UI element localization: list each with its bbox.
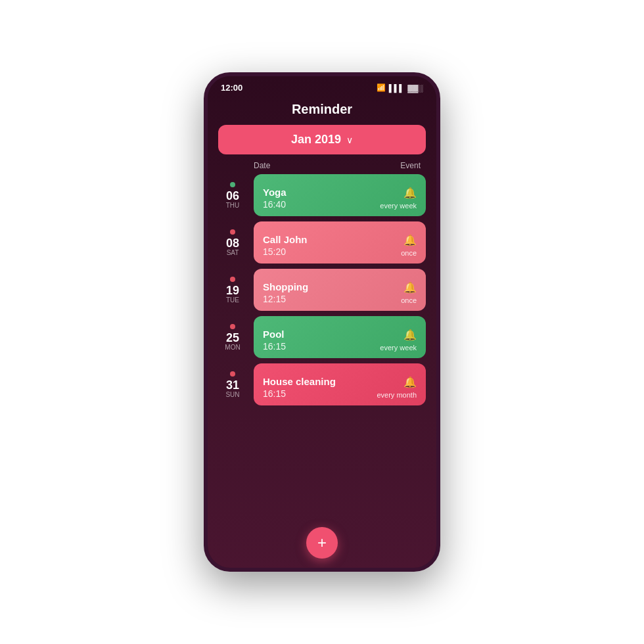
- event-info: House cleaning 16:15: [263, 376, 336, 399]
- battery-icon: ▓▓░: [407, 84, 423, 92]
- event-info: Pool 16:15: [263, 329, 286, 352]
- plus-icon: +: [317, 534, 327, 552]
- event-dot: [230, 324, 235, 329]
- date-section: 06 THU: [218, 182, 247, 209]
- chevron-down-icon: ∨: [346, 135, 353, 145]
- bell-icon: 🔔: [403, 376, 417, 388]
- event-time: 16:15: [263, 388, 336, 399]
- date-section: 19 TUE: [218, 277, 247, 304]
- event-row[interactable]: 06 THU Yoga 16:40 🔔 every week: [218, 174, 426, 216]
- event-card[interactable]: Yoga 16:40 🔔 every week: [254, 174, 426, 216]
- event-name: Call John: [263, 234, 308, 245]
- event-card[interactable]: Shopping 12:15 🔔 once: [254, 269, 426, 311]
- event-dot: [230, 277, 235, 282]
- column-headers: Date Event: [208, 157, 436, 174]
- date-number: 31: [226, 379, 239, 391]
- event-time: 16:15: [263, 341, 286, 352]
- bell-icon: 🔔: [403, 234, 417, 246]
- date-day: THU: [226, 202, 240, 209]
- phone-frame: 12:00 📶 ▌▌▌ ▓▓░ Reminder Jan 2019 ∨ Date…: [204, 72, 440, 572]
- date-number: 25: [226, 332, 239, 344]
- event-frequency: once: [401, 296, 417, 304]
- date-section: 08 SAT: [218, 229, 247, 256]
- status-time: 12:00: [221, 83, 242, 93]
- event-frequency: every week: [380, 202, 417, 210]
- date-section: 31 SUN: [218, 371, 247, 398]
- bell-icon: 🔔: [403, 187, 417, 199]
- event-right: 🔔 every week: [380, 329, 417, 352]
- event-dot: [230, 182, 235, 187]
- signal-icon: ▌▌▌: [389, 84, 404, 92]
- event-name: Pool: [263, 329, 286, 340]
- event-frequency: every month: [377, 391, 417, 399]
- event-dot: [230, 371, 235, 377]
- event-name: Yoga: [263, 187, 287, 198]
- date-column-header: Date: [254, 161, 270, 170]
- wifi-icon: 📶: [377, 83, 386, 92]
- event-name: Shopping: [263, 281, 308, 292]
- month-selector[interactable]: Jan 2019 ∨: [218, 125, 426, 154]
- date-section: 25 MON: [218, 324, 247, 351]
- event-info: Call John 15:20: [263, 234, 308, 257]
- event-dot: [230, 229, 235, 235]
- event-frequency: every week: [380, 344, 417, 352]
- event-time: 16:40: [263, 199, 287, 210]
- date-day: SAT: [227, 249, 239, 256]
- date-day: MON: [225, 344, 240, 351]
- event-row[interactable]: 19 TUE Shopping 12:15 🔔 once: [218, 269, 426, 311]
- event-row[interactable]: 31 SUN House cleaning 16:15 🔔 every mont…: [218, 363, 426, 405]
- phone-screen: 12:00 📶 ▌▌▌ ▓▓░ Reminder Jan 2019 ∨ Date…: [208, 76, 436, 568]
- bell-icon: 🔔: [403, 329, 417, 341]
- event-right: 🔔 every week: [380, 187, 417, 210]
- event-time: 15:20: [263, 246, 308, 257]
- date-number: 06: [226, 190, 239, 202]
- date-day: SUN: [225, 391, 239, 398]
- event-card[interactable]: Call John 15:20 🔔 once: [254, 221, 426, 264]
- event-time: 12:15: [263, 294, 308, 304]
- add-reminder-button[interactable]: +: [306, 527, 338, 559]
- event-card[interactable]: Pool 16:15 🔔 every week: [254, 316, 426, 358]
- event-frequency: once: [401, 249, 417, 257]
- event-right: 🔔 once: [401, 234, 417, 257]
- bell-icon: 🔔: [403, 281, 417, 294]
- status-bar: 12:00 📶 ▌▌▌ ▓▓░: [208, 76, 436, 97]
- event-right: 🔔 once: [401, 281, 417, 304]
- month-label: Jan 2019: [291, 133, 341, 147]
- events-list: 06 THU Yoga 16:40 🔔 every week 08 SAT: [208, 174, 436, 520]
- event-info: Shopping 12:15: [263, 281, 308, 304]
- event-name: House cleaning: [263, 376, 336, 387]
- event-right: 🔔 every month: [377, 376, 417, 399]
- date-day: TUE: [226, 296, 239, 304]
- status-icons: 📶 ▌▌▌ ▓▓░: [377, 83, 423, 92]
- event-info: Yoga 16:40: [263, 187, 287, 210]
- event-row[interactable]: 08 SAT Call John 15:20 🔔 once: [218, 221, 426, 264]
- page-title: Reminder: [292, 102, 352, 116]
- header: Reminder: [208, 97, 436, 125]
- event-row[interactable]: 25 MON Pool 16:15 🔔 every week: [218, 316, 426, 358]
- event-column-header: Event: [400, 161, 421, 170]
- event-card[interactable]: House cleaning 16:15 🔔 every month: [254, 363, 426, 405]
- date-number: 08: [226, 237, 239, 249]
- date-number: 19: [226, 285, 239, 296]
